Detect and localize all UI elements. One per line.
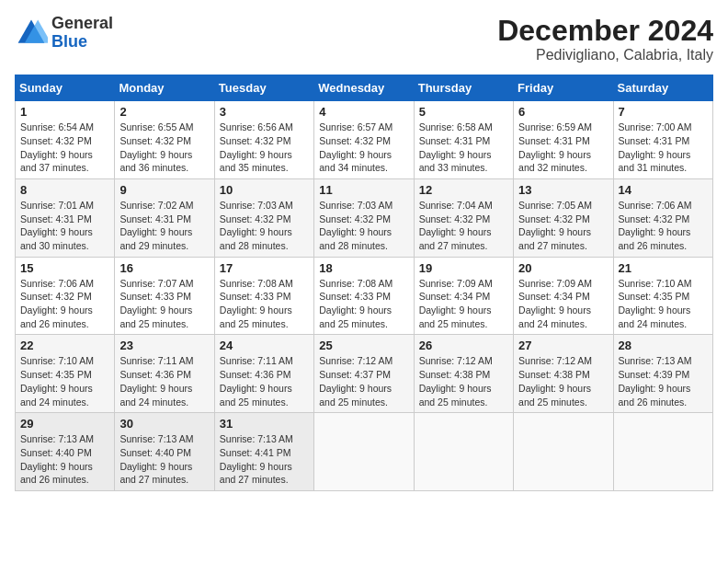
day-number: 22	[20, 339, 109, 352]
calendar-cell: 9 Sunrise: 7:02 AMSunset: 4:31 PMDayligh…	[115, 178, 214, 257]
day-info: Sunrise: 7:11 AMSunset: 4:36 PMDaylight:…	[119, 355, 193, 407]
calendar-cell: 20 Sunrise: 7:09 AMSunset: 4:34 PMDaylig…	[514, 257, 613, 335]
calendar-cell: 29 Sunrise: 7:13 AMSunset: 4:40 PMDaylig…	[16, 413, 115, 491]
calendar-header-row: SundayMondayTuesdayWednesdayThursdayFrid…	[16, 75, 713, 101]
day-info: Sunrise: 7:08 AMSunset: 4:33 PMDaylight:…	[220, 278, 293, 329]
day-number: 15	[20, 261, 109, 275]
day-number: 3	[220, 105, 309, 119]
calendar-cell: 13 Sunrise: 7:05 AMSunset: 4:32 PMDaylig…	[514, 178, 613, 257]
day-info: Sunrise: 7:12 AMSunset: 4:38 PMDaylight:…	[419, 355, 493, 407]
day-info: Sunrise: 6:58 AMSunset: 4:31 PMDaylight:…	[419, 121, 493, 173]
day-info: Sunrise: 7:08 AMSunset: 4:33 PMDaylight:…	[319, 278, 392, 329]
day-number: 16	[119, 261, 209, 275]
day-number: 17	[220, 261, 309, 275]
calendar-cell: 2 Sunrise: 6:55 AMSunset: 4:32 PMDayligh…	[115, 101, 214, 179]
day-number: 18	[319, 261, 408, 275]
day-number: 23	[119, 339, 209, 352]
calendar-week-row: 1 Sunrise: 6:54 AMSunset: 4:32 PMDayligh…	[16, 101, 713, 179]
calendar-table: SundayMondayTuesdayWednesdayThursdayFrid…	[15, 75, 713, 491]
calendar-weekday-tuesday: Tuesday	[214, 75, 313, 101]
calendar-weekday-friday: Friday	[514, 75, 613, 101]
day-info: Sunrise: 7:12 AMSunset: 4:38 PMDaylight:…	[518, 355, 592, 407]
day-number: 14	[619, 183, 708, 197]
page-header: General Blue December 2024 Pedivigliano,…	[15, 15, 713, 63]
day-number: 30	[119, 417, 209, 431]
day-info: Sunrise: 7:13 AMSunset: 4:39 PMDaylight:…	[619, 355, 692, 407]
calendar-cell: 15 Sunrise: 7:06 AMSunset: 4:32 PMDaylig…	[16, 257, 115, 335]
day-number: 11	[319, 183, 408, 197]
day-number: 1	[20, 105, 109, 119]
day-info: Sunrise: 6:55 AMSunset: 4:32 PMDaylight:…	[119, 121, 193, 173]
calendar-weekday-thursday: Thursday	[414, 75, 513, 101]
day-number: 2	[119, 105, 209, 119]
calendar-cell: 22 Sunrise: 7:10 AMSunset: 4:35 PMDaylig…	[16, 335, 115, 413]
month-title: December 2024	[497, 15, 713, 47]
day-info: Sunrise: 7:02 AMSunset: 4:31 PMDaylight:…	[119, 200, 193, 251]
calendar-cell: 16 Sunrise: 7:07 AMSunset: 4:33 PMDaylig…	[115, 257, 214, 335]
day-info: Sunrise: 7:05 AMSunset: 4:32 PMDaylight:…	[518, 200, 592, 251]
day-number: 25	[319, 339, 408, 352]
calendar-weekday-wednesday: Wednesday	[314, 75, 414, 101]
calendar-cell: 25 Sunrise: 7:12 AMSunset: 4:37 PMDaylig…	[314, 335, 414, 413]
calendar-cell	[613, 413, 712, 491]
day-info: Sunrise: 7:11 AMSunset: 4:36 PMDaylight:…	[220, 355, 293, 407]
day-number: 8	[20, 183, 109, 197]
day-number: 27	[518, 339, 608, 352]
day-number: 29	[20, 417, 109, 431]
calendar-week-row: 8 Sunrise: 7:01 AMSunset: 4:31 PMDayligh…	[16, 178, 713, 257]
day-number: 12	[419, 183, 508, 197]
calendar-cell: 23 Sunrise: 7:11 AMSunset: 4:36 PMDaylig…	[115, 335, 214, 413]
day-info: Sunrise: 7:09 AMSunset: 4:34 PMDaylight:…	[419, 278, 493, 329]
logo-blue: Blue	[51, 33, 113, 52]
calendar-cell: 12 Sunrise: 7:04 AMSunset: 4:32 PMDaylig…	[414, 178, 513, 257]
day-info: Sunrise: 7:12 AMSunset: 4:37 PMDaylight:…	[319, 355, 392, 407]
day-info: Sunrise: 6:59 AMSunset: 4:31 PMDaylight:…	[518, 121, 592, 173]
calendar-cell: 18 Sunrise: 7:08 AMSunset: 4:33 PMDaylig…	[314, 257, 414, 335]
day-info: Sunrise: 7:10 AMSunset: 4:35 PMDaylight:…	[619, 278, 692, 329]
calendar-cell: 7 Sunrise: 7:00 AMSunset: 4:31 PMDayligh…	[613, 101, 712, 179]
day-number: 31	[220, 417, 309, 431]
day-number: 24	[220, 339, 309, 352]
day-number: 4	[319, 105, 408, 119]
calendar-weekday-sunday: Sunday	[16, 75, 115, 101]
calendar-cell: 31 Sunrise: 7:13 AMSunset: 4:41 PMDaylig…	[214, 413, 313, 491]
logo-icon	[15, 17, 48, 50]
calendar-weekday-monday: Monday	[115, 75, 214, 101]
calendar-cell: 3 Sunrise: 6:56 AMSunset: 4:32 PMDayligh…	[214, 101, 313, 179]
day-number: 20	[518, 261, 608, 275]
calendar-cell: 1 Sunrise: 6:54 AMSunset: 4:32 PMDayligh…	[16, 101, 115, 179]
title-block: December 2024 Pedivigliano, Calabria, It…	[497, 15, 713, 63]
calendar-weekday-saturday: Saturday	[613, 75, 712, 101]
calendar-cell: 8 Sunrise: 7:01 AMSunset: 4:31 PMDayligh…	[16, 178, 115, 257]
calendar-cell: 14 Sunrise: 7:06 AMSunset: 4:32 PMDaylig…	[613, 178, 712, 257]
calendar-week-row: 22 Sunrise: 7:10 AMSunset: 4:35 PMDaylig…	[16, 335, 713, 413]
calendar-cell: 10 Sunrise: 7:03 AMSunset: 4:32 PMDaylig…	[214, 178, 313, 257]
calendar-cell: 27 Sunrise: 7:12 AMSunset: 4:38 PMDaylig…	[514, 335, 613, 413]
calendar-cell: 11 Sunrise: 7:03 AMSunset: 4:32 PMDaylig…	[314, 178, 414, 257]
calendar-week-row: 29 Sunrise: 7:13 AMSunset: 4:40 PMDaylig…	[16, 413, 713, 491]
day-info: Sunrise: 6:54 AMSunset: 4:32 PMDaylight:…	[20, 121, 94, 173]
day-number: 26	[419, 339, 508, 352]
calendar-cell: 30 Sunrise: 7:13 AMSunset: 4:40 PMDaylig…	[115, 413, 214, 491]
calendar-cell: 28 Sunrise: 7:13 AMSunset: 4:39 PMDaylig…	[613, 335, 712, 413]
day-number: 28	[619, 339, 708, 352]
calendar-cell	[514, 413, 613, 491]
day-number: 13	[518, 183, 608, 197]
logo-text: General Blue	[51, 15, 113, 52]
day-number: 7	[619, 105, 708, 119]
day-info: Sunrise: 7:13 AMSunset: 4:41 PMDaylight:…	[220, 433, 293, 485]
day-info: Sunrise: 7:13 AMSunset: 4:40 PMDaylight:…	[119, 433, 193, 485]
calendar-cell: 4 Sunrise: 6:57 AMSunset: 4:32 PMDayligh…	[314, 101, 414, 179]
day-number: 21	[619, 261, 708, 275]
day-number: 19	[419, 261, 508, 275]
day-info: Sunrise: 7:00 AMSunset: 4:31 PMDaylight:…	[619, 121, 692, 173]
location-title: Pedivigliano, Calabria, Italy	[497, 47, 713, 63]
day-info: Sunrise: 7:06 AMSunset: 4:32 PMDaylight:…	[619, 200, 692, 251]
day-info: Sunrise: 7:06 AMSunset: 4:32 PMDaylight:…	[20, 278, 94, 329]
calendar-cell: 26 Sunrise: 7:12 AMSunset: 4:38 PMDaylig…	[414, 335, 513, 413]
day-info: Sunrise: 7:03 AMSunset: 4:32 PMDaylight:…	[220, 200, 293, 251]
day-info: Sunrise: 7:10 AMSunset: 4:35 PMDaylight:…	[20, 355, 94, 407]
day-number: 6	[518, 105, 608, 119]
day-info: Sunrise: 7:13 AMSunset: 4:40 PMDaylight:…	[20, 433, 94, 485]
calendar-cell: 5 Sunrise: 6:58 AMSunset: 4:31 PMDayligh…	[414, 101, 513, 179]
